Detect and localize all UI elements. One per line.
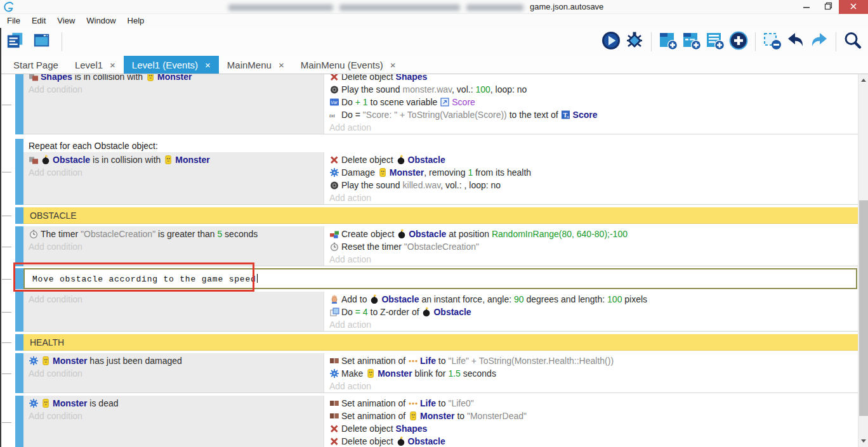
event-selection-bar[interactable] <box>15 74 23 134</box>
event-row[interactable]: Move obstacle according to the game spee… <box>15 268 858 289</box>
comment-row[interactable]: OBSTACLE <box>23 207 858 224</box>
conditions-column[interactable]: Obstacle is in collision with MonsterAdd… <box>23 152 324 204</box>
add-comment-button[interactable] <box>705 32 725 52</box>
actions-column[interactable]: Delete object ShapesPlay the sound monst… <box>324 74 858 134</box>
event-line[interactable]: Monster is dead <box>29 397 324 410</box>
add-event-button[interactable] <box>658 32 678 52</box>
event-line[interactable]: Add condition <box>29 410 324 422</box>
event-block[interactable]: The timer "ObstacleCreation" is greater … <box>23 226 858 266</box>
event-line[interactable]: Add condition <box>29 367 324 380</box>
scroll-up-icon[interactable] <box>861 79 866 82</box>
event-row[interactable]: Add conditionAdd to Obstacle an instant … <box>15 292 858 332</box>
play-button[interactable] <box>601 32 621 52</box>
event-line[interactable]: Make Monster blink for 1.5 seconds <box>329 367 858 380</box>
event-line[interactable]: Set animation of Life to "Life0" <box>329 397 858 410</box>
event-line[interactable]: The timer "ObstacleCreation" is greater … <box>29 228 324 240</box>
tab-mainmenu-events-[interactable]: MainMenu (Events)× <box>293 56 404 74</box>
event-line[interactable]: Delete object Shapes <box>329 422 858 435</box>
debug-button[interactable] <box>624 32 645 52</box>
event-line[interactable]: Add action <box>329 253 858 266</box>
actions-column[interactable]: Delete object ObstacleDamage Monster, re… <box>324 152 858 204</box>
event-block[interactable]: Repeat for each Obstacle object:Obstacle… <box>23 139 858 205</box>
tab-close-icon[interactable]: × <box>279 60 284 70</box>
event-line[interactable]: Delete object Obstacle <box>329 153 858 166</box>
conditions-column[interactable]: Shapes is in collision with MonsterAdd c… <box>23 74 324 134</box>
event-row[interactable]: Repeat for each Obstacle object:Obstacle… <box>15 139 858 205</box>
event-line[interactable]: Set animation of Monster to "MonsterDead… <box>329 410 858 422</box>
close-button[interactable] <box>839 0 868 14</box>
menu-view[interactable]: View <box>51 14 81 28</box>
redo-button[interactable] <box>809 32 829 52</box>
event-line[interactable]: Monster has just been damaged <box>29 354 324 367</box>
event-line[interactable]: Shapes is in collision with Monster <box>29 74 324 83</box>
event-row[interactable]: HEALTH <box>15 334 858 351</box>
conditions-column[interactable]: Add condition <box>23 292 324 331</box>
undo-button[interactable] <box>786 32 806 52</box>
search-button[interactable] <box>843 32 863 52</box>
event-line[interactable]: Add condition <box>29 166 324 179</box>
event-line[interactable]: Add action <box>329 318 858 331</box>
comment-row[interactable]: HEALTH <box>23 334 858 351</box>
event-selection-bar[interactable] <box>15 334 23 351</box>
menu-file[interactable]: File <box>1 14 26 28</box>
restore-button[interactable] <box>817 0 839 14</box>
menu-edit[interactable]: Edit <box>26 14 51 28</box>
repeat-header[interactable]: Repeat for each Obstacle object: <box>23 139 858 152</box>
actions-column[interactable]: Set animation of Life to "Life" + ToStri… <box>324 353 858 392</box>
add-circle-button[interactable] <box>728 32 749 52</box>
event-line[interactable]: Add condition <box>29 293 324 306</box>
editors-button[interactable] <box>32 32 52 52</box>
tab-level1-events-[interactable]: Level1 (Events)× <box>124 56 219 74</box>
event-line[interactable]: Add to Obstacle an instant force, angle:… <box>329 293 858 306</box>
minimize-button[interactable] <box>796 0 817 14</box>
event-selection-bar[interactable] <box>15 139 23 205</box>
conditions-column[interactable]: Monster has just been damagedAdd conditi… <box>23 353 324 392</box>
event-selection-bar[interactable] <box>15 268 23 289</box>
tab-mainmenu[interactable]: MainMenu× <box>219 56 293 74</box>
event-line[interactable]: Add action <box>329 121 858 134</box>
actions-column[interactable]: Create object Obstacle at position Rando… <box>324 226 858 266</box>
event-line[interactable]: Add action <box>329 380 858 392</box>
conditions-column[interactable]: The timer "ObstacleCreation" is greater … <box>23 226 324 266</box>
deselect-button[interactable] <box>762 32 782 52</box>
tab-close-icon[interactable]: × <box>110 60 115 70</box>
vertical-scrollbar[interactable] <box>858 74 868 447</box>
tab-close-icon[interactable]: × <box>205 60 211 70</box>
event-line[interactable]: Add condition <box>29 83 324 96</box>
event-row[interactable]: Monster is deadAdd conditionSet animatio… <box>15 396 858 447</box>
event-block[interactable]: Monster is deadAdd conditionSet animatio… <box>23 396 858 447</box>
tab-close-icon[interactable]: × <box>390 60 396 70</box>
comment-edit-input[interactable]: Move obstacle according to the game spee… <box>23 268 857 289</box>
conditions-column[interactable]: Monster is deadAdd condition <box>23 396 324 447</box>
event-block[interactable]: Monster has just been damagedAdd conditi… <box>23 353 858 393</box>
event-line[interactable]: Obstacle is in collision with Monster <box>29 153 324 166</box>
comment-edit-row[interactable]: Move obstacle according to the game spee… <box>23 268 858 289</box>
event-line[interactable]: Delete object Obstacle <box>329 435 858 447</box>
event-line[interactable]: Add condition <box>29 240 324 253</box>
event-line[interactable]: Do = 4 to Z-order of Obstacle <box>329 306 858 318</box>
event-row[interactable]: Shapes is in collision with MonsterAdd c… <box>15 74 858 134</box>
event-selection-bar[interactable] <box>15 226 23 266</box>
event-line[interactable]: VarDo + 1 to scene variable Score <box>329 96 858 108</box>
event-line[interactable]: Create object Obstacle at position Rando… <box>329 228 858 240</box>
event-line[interactable]: txtDo = "Score: " + ToString(Variable(Sc… <box>329 108 858 121</box>
event-line[interactable]: Delete object Shapes <box>329 74 858 83</box>
event-selection-bar[interactable] <box>15 353 23 393</box>
event-selection-bar[interactable] <box>15 207 23 224</box>
event-block[interactable]: Shapes is in collision with MonsterAdd c… <box>23 74 858 134</box>
event-line[interactable]: Set animation of Life to "Life" + ToStri… <box>329 354 858 367</box>
projects-button[interactable] <box>5 32 25 52</box>
tab-level1[interactable]: Level1× <box>67 56 124 74</box>
event-row[interactable]: The timer "ObstacleCreation" is greater … <box>15 226 858 266</box>
event-selection-bar[interactable] <box>15 292 23 332</box>
event-row[interactable]: Monster has just been damagedAdd conditi… <box>15 353 858 393</box>
scroll-down-icon[interactable] <box>861 439 866 443</box>
tab-start-page[interactable]: Start Page <box>5 56 67 74</box>
event-row[interactable]: OBSTACLE <box>15 207 858 224</box>
menu-window[interactable]: Window <box>81 14 121 28</box>
event-selection-bar[interactable] <box>15 396 23 447</box>
actions-column[interactable]: Set animation of Life to "Life0"Set anim… <box>324 396 858 447</box>
add-subevent-button[interactable] <box>681 32 702 52</box>
scrollbar-thumb[interactable] <box>859 200 868 416</box>
menu-help[interactable]: Help <box>122 14 150 28</box>
